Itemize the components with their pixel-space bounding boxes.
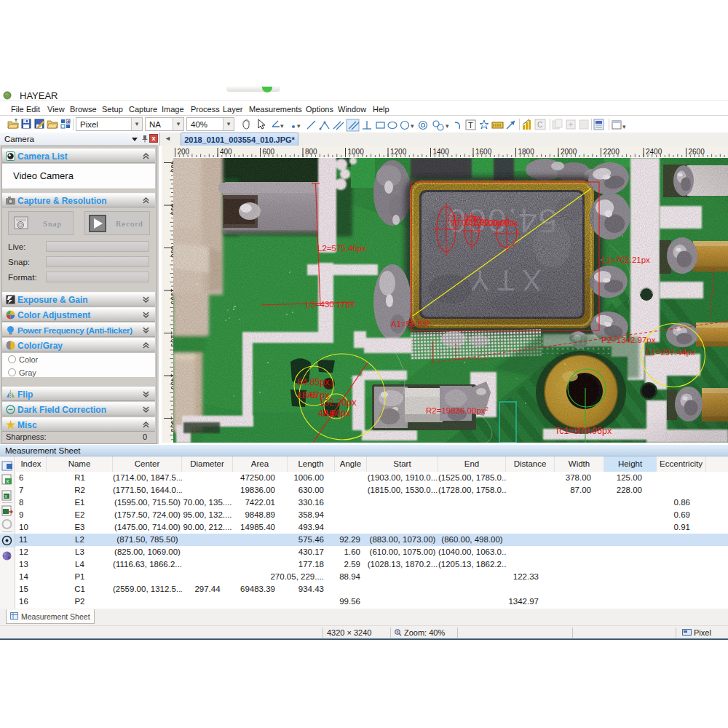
svg-text:2600: 2600 [689, 148, 705, 156]
svg-text:1000: 1000 [348, 148, 365, 156]
svg-text:A1=56.53°: A1=56.53° [391, 320, 430, 328]
svg-text:▾: ▾ [446, 122, 449, 130]
svg-text:8A5: 8A5 [302, 390, 318, 400]
svg-text:L2=575.46px: L2=575.46px [317, 244, 366, 253]
svg-text:X: X [4, 494, 7, 499]
svg-text:A6: A6 [323, 408, 334, 419]
svg-text:132.00: 132.00 [464, 218, 489, 226]
svg-text:L3=430.17px: L3=430.17px [306, 300, 355, 309]
svg-text:132.20px: 132.20px [319, 397, 357, 408]
svg-text:1400: 1400 [433, 148, 450, 156]
svg-text:▾: ▾ [411, 122, 414, 130]
svg-text:HAYEAR: HAYEAR [20, 90, 58, 101]
svg-text:C: C [537, 121, 542, 129]
svg-text:L1=702.21px: L1=702.21px [601, 256, 650, 264]
svg-text:R2=19836.00px2: R2=19836.00px2 [426, 405, 489, 415]
svg-text:X: X [6, 479, 9, 484]
svg-text:220.00px: 220.00px [485, 218, 518, 227]
svg-text:1200: 1200 [390, 148, 407, 156]
svg-text:T: T [468, 121, 473, 130]
svg-text:▾: ▾ [297, 122, 301, 130]
svg-text:2400: 2400 [646, 148, 662, 156]
svg-text:1600: 1600 [475, 148, 492, 156]
svg-text:▾: ▾ [622, 123, 626, 130]
svg-text:C1=297.44px: C1=297.44px [645, 348, 695, 357]
svg-text:2000: 2000 [561, 148, 577, 156]
svg-text:84.85px: 84.85px [297, 377, 330, 387]
svg-text:1800: 1800 [518, 148, 535, 156]
svg-text:2200: 2200 [604, 148, 620, 156]
svg-text:▾: ▾ [280, 122, 284, 130]
svg-text:Tc1=378.06px: Tc1=378.06px [555, 426, 612, 436]
